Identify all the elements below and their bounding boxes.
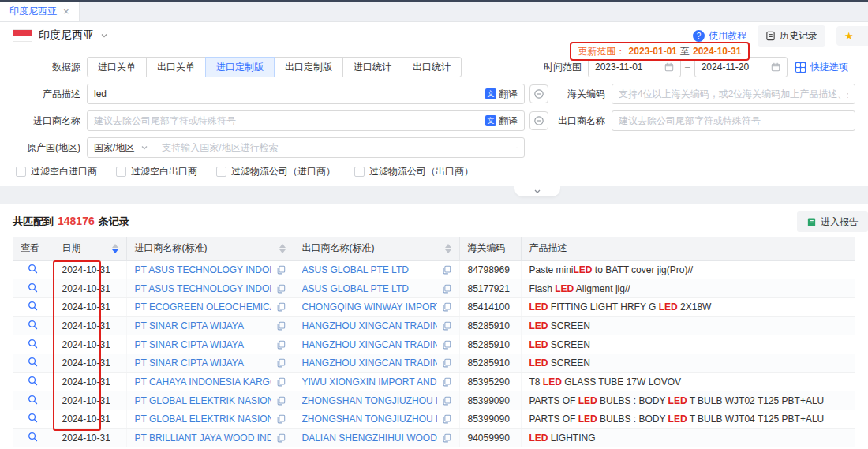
exporter-name-input[interactable] — [619, 115, 848, 126]
copy-icon[interactable] — [276, 414, 286, 424]
company-link[interactable]: PT ASUS TECHNOLOGY INDONESIA BA... — [135, 264, 271, 275]
view-record-button[interactable] — [13, 428, 54, 447]
view-record-button[interactable] — [13, 335, 54, 354]
company-link[interactable]: YIWU XIONGXIN IMPORT AND EXPORT... — [302, 376, 437, 387]
data-source-tab[interactable]: 进口统计 — [342, 57, 402, 77]
origin-type-select[interactable]: 国家/地区 — [88, 138, 155, 157]
copy-button[interactable] — [276, 358, 286, 368]
copy-button[interactable] — [276, 414, 286, 424]
filter-checkbox[interactable]: 过滤物流公司（出口商） — [354, 165, 473, 178]
sort-icons[interactable] — [445, 244, 451, 253]
company-link[interactable]: PT GLOBAL ELEKTRIK NASIONAL — [135, 413, 271, 425]
filter-checkbox[interactable]: 过滤空白出口商 — [116, 165, 197, 178]
view-record-button[interactable] — [13, 297, 54, 316]
copy-icon[interactable] — [442, 396, 451, 406]
data-source-tab[interactable]: 出口统计 — [402, 57, 462, 77]
view-record-button[interactable] — [13, 410, 54, 429]
copy-button[interactable] — [442, 302, 451, 312]
sort-icons[interactable] — [279, 244, 286, 253]
copy-button[interactable] — [276, 321, 286, 331]
checkbox-icon[interactable] — [16, 167, 26, 177]
col-header-exporter[interactable]: 出口商名称(标准) — [294, 237, 459, 260]
copy-button[interactable] — [442, 265, 451, 275]
copy-icon[interactable] — [442, 302, 451, 312]
copy-icon[interactable] — [276, 302, 286, 312]
view-record-button[interactable] — [13, 260, 54, 279]
copy-button[interactable] — [276, 433, 286, 443]
view-record-button[interactable] — [13, 316, 54, 335]
copy-icon[interactable] — [276, 321, 286, 331]
magnifier-icon[interactable] — [28, 282, 38, 293]
favorite-button[interactable]: ★ — [836, 26, 868, 46]
copy-button[interactable] — [276, 340, 286, 350]
company-link[interactable]: PT GLOBAL ELEKTRIK NASIONAL — [135, 395, 271, 406]
magnifier-icon[interactable] — [28, 320, 38, 330]
copy-icon[interactable] — [442, 433, 451, 443]
copy-icon[interactable] — [276, 340, 286, 350]
data-source-tab[interactable]: 进口定制版 — [205, 57, 275, 77]
copy-button[interactable] — [442, 377, 451, 387]
origin-search-input[interactable] — [155, 142, 516, 153]
copy-button[interactable] — [276, 396, 286, 406]
copy-button[interactable] — [442, 433, 451, 443]
magnifier-icon[interactable] — [28, 264, 38, 274]
copy-icon[interactable] — [276, 396, 286, 406]
chevron-down-icon[interactable] — [516, 144, 524, 152]
copy-button[interactable] — [276, 265, 286, 275]
company-link[interactable]: ASUS GLOBAL PTE LTD — [302, 264, 437, 275]
match-options-button[interactable] — [529, 111, 548, 130]
col-header-date[interactable]: 日期 — [54, 237, 126, 260]
company-link[interactable]: PT ASUS TECHNOLOGY INDONESIA BA... — [135, 283, 271, 294]
product-desc-input[interactable] — [94, 88, 481, 99]
company-link[interactable]: PT ECOGREEN OLEOCHEMICALS — [135, 301, 271, 312]
filter-checkbox[interactable]: 过滤物流公司（进口商） — [216, 165, 335, 178]
copy-button[interactable] — [276, 377, 286, 387]
company-link[interactable]: ASUS GLOBAL PTE LTD — [302, 283, 437, 294]
copy-button[interactable] — [442, 414, 451, 424]
data-source-tab[interactable]: 出口关单 — [146, 57, 206, 77]
magnifier-icon[interactable] — [28, 376, 38, 386]
copy-button[interactable] — [442, 396, 451, 406]
translate-button[interactable]: 文 翻译 — [485, 114, 518, 128]
magnifier-icon[interactable] — [28, 339, 38, 349]
copy-button[interactable] — [442, 340, 451, 350]
match-options-button[interactable] — [529, 84, 548, 103]
company-link[interactable]: PT CAHAYA INDONESIA KARGO — [135, 376, 271, 387]
magnifier-icon[interactable] — [28, 413, 38, 423]
company-link[interactable]: PT BRILLIANT JAYA WOOD INDUSTRY — [135, 432, 271, 443]
copy-icon[interactable] — [442, 377, 451, 387]
company-link[interactable]: HANGZHOU XINGCAN TRADING CO LTD — [302, 357, 437, 369]
checkbox-icon[interactable] — [116, 167, 126, 177]
view-record-button[interactable] — [13, 279, 54, 298]
importer-name-input[interactable] — [94, 115, 481, 126]
magnifier-icon[interactable] — [28, 301, 38, 311]
chevron-down-icon[interactable] — [100, 32, 108, 39]
copy-icon[interactable] — [442, 414, 451, 424]
copy-icon[interactable] — [276, 265, 286, 275]
company-link[interactable]: PT SINAR CIPTA WIJAYA — [135, 320, 271, 331]
copy-icon[interactable] — [442, 284, 451, 294]
magnifier-icon[interactable] — [28, 357, 38, 367]
magnifier-icon[interactable] — [28, 432, 38, 442]
sort-icons[interactable] — [112, 244, 118, 253]
copy-icon[interactable] — [276, 358, 286, 368]
copy-icon[interactable] — [442, 340, 451, 350]
company-link[interactable]: HANGZHOU XINGCAN TRADING CO LTD — [302, 320, 437, 331]
hs-code-input[interactable] — [619, 88, 848, 99]
checkbox-icon[interactable] — [216, 167, 226, 177]
view-record-button[interactable] — [13, 354, 54, 372]
company-link[interactable]: CHONGQING WINWAY IMPORT AND E... — [302, 301, 437, 312]
tutorial-button[interactable]: ? 使用教程 — [693, 29, 746, 43]
copy-icon[interactable] — [442, 358, 451, 368]
collapse-panel-button[interactable] — [514, 186, 560, 196]
quick-options-button[interactable]: 快捷选项 — [795, 61, 848, 74]
history-button[interactable]: 历史记录 — [758, 25, 825, 47]
copy-button[interactable] — [442, 321, 451, 331]
close-icon[interactable]: × — [63, 6, 69, 17]
data-source-tab[interactable]: 出口定制版 — [274, 57, 343, 77]
company-link[interactable]: PT SINAR CIPTA WIJAYA — [135, 339, 271, 350]
company-link[interactable]: ZHONGSHAN TONGJIUZHOU INTERNA... — [302, 395, 437, 406]
view-record-button[interactable] — [13, 391, 54, 410]
copy-icon[interactable] — [276, 377, 286, 387]
magnifier-icon[interactable] — [28, 395, 38, 405]
